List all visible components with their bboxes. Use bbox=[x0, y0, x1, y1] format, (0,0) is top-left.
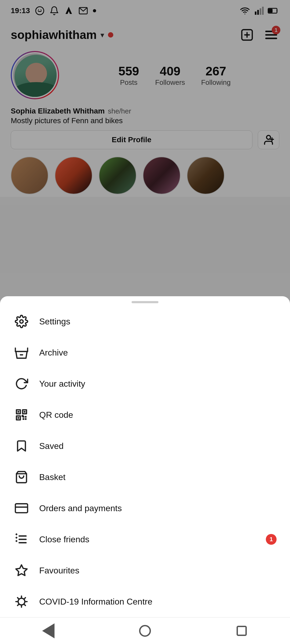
svg-line-48 bbox=[24, 598, 25, 599]
svg-rect-29 bbox=[23, 418, 24, 420]
covid-icon bbox=[13, 594, 30, 610]
orders-label: Orders and payments bbox=[39, 503, 122, 513]
menu-item-close-friends[interactable]: Close friends 1 bbox=[0, 524, 290, 555]
menu-item-covid[interactable]: COVID-19 Information Centre bbox=[0, 586, 290, 617]
recents-icon bbox=[237, 626, 247, 636]
archive-icon bbox=[13, 345, 30, 361]
your-activity-label: Your activity bbox=[39, 379, 85, 389]
svg-marker-37 bbox=[15, 533, 17, 535]
svg-rect-27 bbox=[23, 416, 24, 418]
menu-item-basket[interactable]: Basket bbox=[0, 462, 290, 493]
svg-marker-39 bbox=[15, 540, 17, 542]
archive-label: Archive bbox=[39, 348, 68, 358]
bookmark-icon bbox=[13, 438, 30, 454]
home-icon bbox=[139, 625, 151, 637]
menu-item-favourites[interactable]: Favourites bbox=[0, 555, 290, 586]
svg-marker-40 bbox=[16, 565, 27, 576]
covid-label: COVID-19 Information Centre bbox=[39, 597, 153, 607]
svg-rect-25 bbox=[17, 417, 19, 419]
svg-line-46 bbox=[17, 598, 19, 599]
back-icon bbox=[42, 623, 55, 638]
svg-rect-24 bbox=[24, 411, 25, 412]
qr-label: QR code bbox=[39, 410, 73, 420]
home-button[interactable] bbox=[136, 621, 154, 640]
basket-icon bbox=[13, 469, 30, 485]
menu-item-orders[interactable]: Orders and payments bbox=[0, 493, 290, 524]
menu-item-settings[interactable]: Settings bbox=[0, 306, 290, 337]
drag-handle[interactable] bbox=[132, 301, 158, 303]
activity-icon bbox=[13, 376, 30, 392]
svg-point-19 bbox=[20, 320, 23, 323]
menu-item-archive[interactable]: Archive bbox=[0, 337, 290, 368]
settings-icon bbox=[13, 313, 30, 330]
basket-label: Basket bbox=[39, 472, 66, 482]
svg-marker-38 bbox=[15, 537, 17, 539]
card-icon bbox=[13, 500, 30, 516]
close-friends-badge: 1 bbox=[266, 534, 277, 545]
settings-label: Settings bbox=[39, 317, 70, 327]
bottom-nav bbox=[0, 617, 290, 644]
bottom-sheet: Settings Archive Your activity bbox=[0, 296, 290, 644]
svg-line-47 bbox=[24, 604, 25, 605]
close-friends-icon bbox=[13, 531, 30, 547]
svg-rect-28 bbox=[25, 416, 27, 418]
star-icon bbox=[13, 562, 30, 579]
saved-label: Saved bbox=[39, 441, 64, 451]
svg-rect-23 bbox=[17, 411, 19, 412]
favourites-label: Favourites bbox=[39, 566, 79, 576]
qr-icon bbox=[13, 407, 30, 423]
svg-rect-30 bbox=[25, 418, 27, 420]
back-button[interactable] bbox=[39, 621, 58, 640]
menu-item-your-activity[interactable]: Your activity bbox=[0, 368, 290, 399]
svg-line-49 bbox=[17, 604, 19, 605]
menu-item-qr-code[interactable]: QR code bbox=[0, 399, 290, 430]
close-friends-label: Close friends bbox=[39, 535, 89, 544]
menu-item-saved[interactable]: Saved bbox=[0, 430, 290, 462]
svg-rect-32 bbox=[15, 504, 28, 513]
recents-button[interactable] bbox=[232, 621, 251, 640]
